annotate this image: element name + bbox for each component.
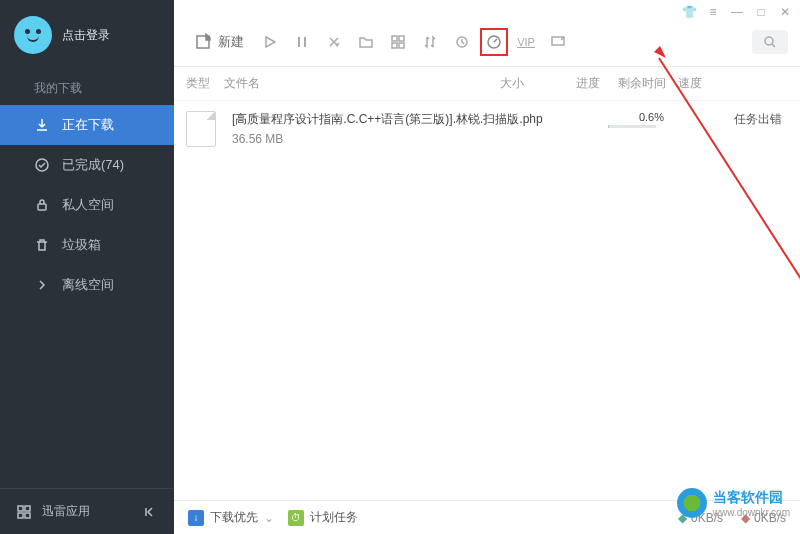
trash-icon	[34, 237, 50, 253]
section-my-downloads: 我的下载	[0, 70, 174, 105]
svg-rect-9	[392, 43, 397, 48]
chevron-right-icon	[34, 277, 50, 293]
header-type[interactable]: 类型	[186, 75, 224, 92]
play-button[interactable]	[256, 28, 284, 56]
new-task-button[interactable]: 新建	[186, 33, 252, 51]
header-progress[interactable]: 进度	[558, 75, 618, 92]
skin-icon[interactable]: 👕	[682, 5, 696, 19]
file-icon	[186, 111, 216, 147]
login-prompt: 点击登录	[62, 27, 110, 44]
sidebar-item-offline[interactable]: 离线空间	[0, 265, 174, 305]
sidebar-item-label: 私人空间	[62, 196, 114, 214]
header-name[interactable]: 文件名	[224, 75, 500, 92]
svg-rect-10	[399, 43, 404, 48]
header-speed[interactable]: 速度	[678, 75, 728, 92]
schedule-tasks[interactable]: ⏱ 计划任务	[288, 509, 358, 526]
apps-label[interactable]: 迅雷应用	[42, 503, 90, 520]
pause-button[interactable]	[288, 28, 316, 56]
svg-rect-7	[392, 36, 397, 41]
lock-icon	[34, 197, 50, 213]
sidebar-bottom: 迅雷应用	[0, 488, 174, 534]
refresh-button[interactable]	[448, 28, 476, 56]
sidebar-item-label: 已完成(74)	[62, 156, 124, 174]
svg-point-14	[765, 37, 773, 45]
collapse-icon[interactable]	[142, 504, 158, 520]
apps-icon[interactable]	[16, 504, 32, 520]
watermark: 当客软件园 www.downkr.com	[677, 488, 790, 518]
svg-rect-1	[38, 204, 46, 210]
avatar	[14, 16, 52, 54]
sidebar-item-label: 垃圾箱	[62, 236, 101, 254]
sidebar: 点击登录 我的下载 正在下载 已完成(74) 私人空间 垃圾箱 离线空间	[0, 0, 174, 534]
watermark-logo-icon	[677, 488, 707, 518]
chevron-down-icon: ⌄	[264, 511, 274, 525]
grid-view-button[interactable]	[384, 28, 412, 56]
vip-button[interactable]: VIP	[512, 28, 540, 56]
task-progress: 0.6%	[608, 111, 668, 130]
header-size[interactable]: 大小	[500, 75, 558, 92]
remote-button[interactable]	[544, 28, 572, 56]
task-list: [高质量程序设计指南.C.C++语言(第三版)].林锐.扫描版.php 36.5…	[174, 101, 800, 500]
svg-rect-3	[25, 506, 30, 511]
sidebar-item-completed[interactable]: 已完成(74)	[0, 145, 174, 185]
sort-button[interactable]	[416, 28, 444, 56]
search-button[interactable]	[752, 30, 788, 54]
schedule-badge-icon: ⏱	[288, 510, 304, 526]
sidebar-item-downloading[interactable]: 正在下载	[0, 105, 174, 145]
search-icon	[763, 35, 777, 49]
sidebar-item-trash[interactable]: 垃圾箱	[0, 225, 174, 265]
column-headers: 类型 文件名 大小 进度 剩余时间 速度	[174, 67, 800, 101]
user-area[interactable]: 点击登录	[0, 0, 174, 70]
svg-rect-4	[18, 513, 23, 518]
maximize-icon[interactable]: □	[754, 5, 768, 19]
priority-badge-icon: ↓	[188, 510, 204, 526]
titlebar: 👕 ≡ — □ ✕	[174, 0, 800, 24]
task-row[interactable]: [高质量程序设计指南.C.C++语言(第三版)].林锐.扫描版.php 36.5…	[174, 101, 800, 157]
speed-gauge-button[interactable]	[480, 28, 508, 56]
download-priority[interactable]: ↓ 下载优先 ⌄	[188, 509, 274, 526]
main-content: 👕 ≡ — □ ✕ 新建 VIP 类型 文件名 大小 进度 剩余时间 速度	[174, 0, 800, 534]
delete-button[interactable]	[320, 28, 348, 56]
sidebar-item-label: 离线空间	[62, 276, 114, 294]
toolbar: 新建 VIP	[174, 24, 800, 67]
task-filename: [高质量程序设计指南.C.C++语言(第三版)].林锐.扫描版.php 36.5…	[224, 111, 608, 146]
header-remain[interactable]: 剩余时间	[618, 75, 678, 92]
minimize-icon[interactable]: —	[730, 5, 744, 19]
svg-rect-8	[399, 36, 404, 41]
menu-icon[interactable]: ≡	[706, 5, 720, 19]
sidebar-item-label: 正在下载	[62, 116, 114, 134]
sidebar-item-private[interactable]: 私人空间	[0, 185, 174, 225]
download-icon	[34, 117, 50, 133]
check-icon	[34, 157, 50, 173]
svg-rect-5	[25, 513, 30, 518]
folder-button[interactable]	[352, 28, 380, 56]
svg-rect-2	[18, 506, 23, 511]
task-status: 任务出错	[728, 111, 788, 128]
close-icon[interactable]: ✕	[778, 5, 792, 19]
